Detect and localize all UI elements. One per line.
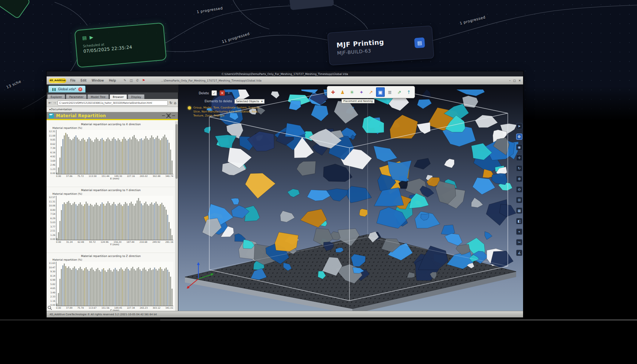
back-icon[interactable]: ← <box>48 101 51 105</box>
screen-icon[interactable]: ◫ <box>130 79 133 82</box>
toolbar-nesting-star-button[interactable]: ✦ <box>357 87 366 97</box>
y-tick: 2.33 <box>47 295 55 298</box>
histogram-bar <box>141 138 142 174</box>
histogram-bar <box>112 204 113 240</box>
scroll-thumb[interactable] <box>175 124 178 179</box>
histogram-bar <box>109 268 110 306</box>
phone-icon[interactable]: ✆ <box>136 79 139 82</box>
view-select-button[interactable]: ➤ <box>516 123 522 129</box>
toolbar-repair-button[interactable]: ✚ <box>329 87 337 97</box>
application-window: C:\Users\VD\Desktop\DemoParts_Only_For_M… <box>47 71 523 317</box>
histogram-bar <box>83 270 84 306</box>
forward-icon[interactable]: → <box>53 101 56 105</box>
histogram-bar <box>97 139 98 174</box>
toolbar-export-button[interactable]: ⇗ <box>395 87 404 97</box>
confirm-delete-button[interactable]: ✓ <box>211 90 217 96</box>
histogram-bar <box>136 201 138 240</box>
pencil-icon[interactable]: ✎ <box>124 79 127 82</box>
tab-parameter[interactable]: Parameter <box>66 94 87 99</box>
chart-ylabel: Material repartition (%) <box>52 193 175 195</box>
histogram-bar <box>132 136 133 174</box>
view-fit-view-button[interactable]: ⊞ <box>516 197 522 203</box>
histogram-bar <box>74 137 75 174</box>
histogram-bar <box>61 146 62 174</box>
view-target-button[interactable]: ⌖ <box>516 229 522 235</box>
cancel-delete-button[interactable]: ✕ <box>219 90 225 96</box>
view-grid-view-button[interactable]: ▦ <box>516 207 522 214</box>
histogram-bar <box>100 204 101 240</box>
build-scene <box>178 90 523 311</box>
elements-dropdown[interactable]: Selected Objects ▾ <box>234 99 265 104</box>
histogram-bar <box>94 271 95 306</box>
toolbar-analysis-button[interactable]: ↗ <box>367 87 375 97</box>
histogram-bar <box>142 205 143 240</box>
tab-browser[interactable]: Browser <box>110 94 127 99</box>
maximize-button[interactable]: ▢ <box>513 79 516 82</box>
y-axis-ticks: 11.6310.479.308.146.985.824.653.492.331.… <box>47 262 56 306</box>
tab-model-tree[interactable]: Model Tree <box>87 94 109 99</box>
histogram-bar <box>138 141 139 174</box>
printer-icon: ▤ <box>414 37 425 48</box>
toolbar-support-button[interactable]: ✳ <box>348 87 356 97</box>
close-icon[interactable]: ✕ <box>78 87 82 91</box>
histogram-bar <box>150 268 151 306</box>
documentation-link[interactable]: Documentation <box>51 108 72 111</box>
histogram-bar <box>158 139 159 174</box>
menu-item-file[interactable]: File <box>68 79 78 82</box>
histogram-bar <box>144 268 145 306</box>
magnifier-icon[interactable] <box>47 305 52 310</box>
histogram-bar <box>106 272 107 306</box>
y-tick: 10.06 <box>47 204 55 207</box>
home-icon[interactable]: ⌂ <box>174 101 176 105</box>
tab-display[interactable]: Display <box>128 94 145 99</box>
histogram-bar <box>59 158 60 174</box>
histogram-bar <box>161 138 162 174</box>
histogram-bar <box>160 267 161 306</box>
histogram-bar <box>119 269 120 306</box>
address-input[interactable] <box>58 100 168 106</box>
minimize-button[interactable]: – <box>509 79 511 82</box>
view-zoom-in-button[interactable]: ⊕ <box>516 176 522 182</box>
report-logo-icon <box>49 113 54 118</box>
histogram-bar <box>158 206 159 240</box>
menu-item-help[interactable]: Help <box>106 79 118 82</box>
histogram-bar <box>103 140 104 174</box>
tab-explorer[interactable]: Explorer <box>47 94 65 99</box>
video-progress-fill[interactable] <box>160 320 637 320</box>
coretechnologie-logo-icon <box>161 113 176 119</box>
histogram-bar <box>86 142 87 174</box>
histogram-bar <box>141 271 142 306</box>
y-tick: 1.16 <box>47 300 55 302</box>
viewport-3d[interactable]: Delete ✓ ✕ + Elements to delete Selected… <box>178 84 523 311</box>
histogram-bar <box>169 143 170 174</box>
y-tick: 6.29 <box>47 217 55 219</box>
view-settings-button[interactable]: ⚙ <box>516 134 522 140</box>
file-tab-global[interactable]: ❚❚ Global.vda* ✕ <box>48 86 86 92</box>
histogram-bar <box>126 141 127 174</box>
view-pick-point-button[interactable]: ◉ <box>516 144 522 150</box>
view-rotate-button[interactable]: ↻ <box>516 165 522 171</box>
histogram-bar <box>87 203 88 240</box>
toolbar-placement-nesting-button[interactable]: ▣ <box>376 87 385 97</box>
menu-item-edit[interactable]: Edit <box>78 79 89 82</box>
toolbar-orientation-button[interactable]: ♟ <box>338 87 347 97</box>
expand-options-icon[interactable]: + <box>228 91 230 95</box>
report-scrollbar[interactable] <box>175 121 178 311</box>
view-measure-angle-button[interactable]: ∡ <box>516 250 522 256</box>
close-button[interactable]: ✕ <box>518 79 521 82</box>
node-card-scheduled[interactable]: ▤ ▶ Scheduled at 07/05/2025 22:35:24 <box>74 22 167 68</box>
view-cut-button[interactable]: ✂ <box>516 239 522 245</box>
histogram-bar <box>128 206 129 240</box>
toolbar-send-to-printer-button[interactable]: ↑ <box>404 87 413 97</box>
refresh-icon[interactable]: ↻ <box>169 101 172 105</box>
view-section-view-button[interactable]: ◧ <box>516 218 522 224</box>
menu-item-window[interactable]: Window <box>89 79 107 82</box>
y-tick: 8.80 <box>47 209 55 211</box>
histogram-bar <box>99 141 100 174</box>
histogram-bar <box>154 203 155 240</box>
record-flag-icon[interactable]: ⚑ <box>142 79 145 82</box>
view-move-button[interactable]: ✛ <box>516 155 522 161</box>
histogram-bar <box>120 205 122 240</box>
toolbar-numbering-button[interactable]: ≣ <box>385 87 394 97</box>
view-zoom-out-button[interactable]: ⊖ <box>516 186 522 193</box>
